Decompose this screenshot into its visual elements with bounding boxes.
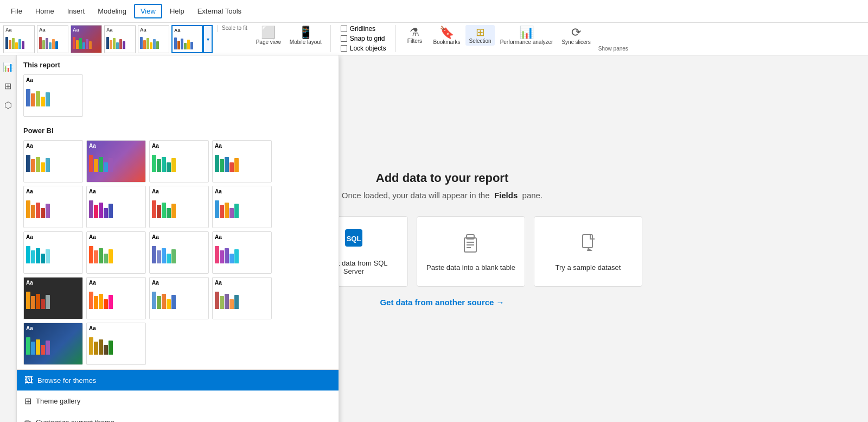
theme-card-10[interactable]: Aa: [86, 231, 146, 274]
menu-view[interactable]: View: [134, 4, 162, 18]
ribbon: Aa Aa Aa: [0, 23, 868, 55]
theme-card-6[interactable]: Aa: [86, 186, 146, 228]
gridlines-cb[interactable]: [341, 26, 347, 32]
lock-cb[interactable]: [341, 45, 347, 52]
snap-to-grid-checkbox[interactable]: Snap to grid: [341, 35, 386, 42]
sample-icon: [577, 231, 599, 258]
scale-to-fit-label: Scale to fit: [222, 25, 247, 31]
subtitle-text: Once loaded, your data will appear in th…: [342, 191, 490, 200]
menu-external-tools[interactable]: External Tools: [192, 5, 247, 17]
performance-label: Performance analyzer: [500, 39, 553, 45]
browse-label: Browse for themes: [37, 376, 96, 385]
try-sample-card[interactable]: Try a sample dataset: [534, 216, 642, 287]
theme-thumb-3[interactable]: Aa: [71, 25, 102, 53]
browse-icon: 🖼: [24, 375, 33, 385]
filters-btn[interactable]: ⚗ Filters: [401, 25, 427, 46]
sync-icon: ⟳: [571, 27, 581, 39]
lock-objects-checkbox[interactable]: Lock objects: [341, 45, 386, 52]
left-sidebar: 📊 ⊞ ⬡: [0, 55, 16, 422]
theme-card-3[interactable]: Aa: [149, 140, 209, 182]
theme-dropdown-btn[interactable]: ▾: [203, 25, 213, 53]
separator-1: [330, 25, 331, 52]
sidebar-model-icon[interactable]: ⬡: [2, 98, 14, 112]
mobile-layout-icon: 📱: [298, 27, 313, 39]
themes-grid: Aa Aa Aa: [17, 138, 339, 369]
page-view-label: Page view: [256, 39, 281, 45]
selection-icon: ⊞: [476, 27, 485, 37]
theme-card-5[interactable]: Aa: [23, 186, 83, 228]
theme-gallery-btn[interactable]: ⊞ Theme gallery: [17, 390, 339, 412]
add-data-subtitle: Once loaded, your data will appear in th…: [342, 191, 542, 200]
theme-card-9[interactable]: Aa: [23, 231, 83, 274]
gridlines-checkbox[interactable]: Gridlines: [341, 25, 386, 33]
theme-card-14[interactable]: Aa: [86, 277, 146, 319]
menu-help[interactable]: Help: [164, 5, 190, 17]
gallery-icon: ⊞: [24, 396, 31, 406]
theme-thumb-2[interactable]: Aa: [37, 25, 68, 53]
sync-label: Sync slicers: [561, 39, 590, 45]
performance-icon: 📊: [519, 27, 534, 39]
selection-btn[interactable]: ⊞ Selection: [465, 25, 494, 46]
theme-card-11[interactable]: Aa: [149, 231, 209, 274]
customize-theme-btn[interactable]: ✏ Customize current theme: [17, 412, 339, 422]
svg-text:SQL: SQL: [347, 235, 361, 243]
power-bi-label: Power BI: [17, 121, 339, 138]
theme-thumb-1[interactable]: Aa: [3, 25, 35, 53]
theme-thumb-selected[interactable]: Aa: [171, 25, 203, 53]
theme-card-16[interactable]: Aa: [212, 277, 272, 319]
performance-analyzer-btn[interactable]: 📊 Performance analyzer: [497, 25, 557, 47]
this-report-theme[interactable]: Aa: [23, 74, 83, 117]
customize-label: Customize current theme: [36, 418, 114, 422]
try-sample-label: Try a sample dataset: [556, 263, 621, 272]
theme-card-17[interactable]: Aa: [23, 323, 83, 365]
theme-card-18[interactable]: Aa: [86, 323, 146, 365]
gallery-label: Theme gallery: [36, 397, 80, 405]
filters-icon: ⚗: [410, 27, 419, 37]
lock-label: Lock objects: [350, 45, 386, 52]
theme-card-2[interactable]: Aa: [86, 140, 146, 182]
snap-label: Snap to grid: [350, 35, 385, 42]
theme-dropdown-panel: This report Aa Power BI Aa: [16, 55, 339, 422]
pane-text: pane.: [522, 191, 543, 200]
browse-for-themes-btn[interactable]: 🖼 Browse for themes: [17, 370, 339, 390]
theme-card-1[interactable]: Aa: [23, 140, 83, 182]
separator-2: [395, 25, 396, 52]
get-data-link[interactable]: Get data from another source →: [380, 298, 504, 307]
menu-file[interactable]: File: [5, 5, 28, 17]
filters-label: Filters: [407, 38, 422, 44]
menu-modeling[interactable]: Modeling: [92, 5, 132, 17]
theme-thumb-5[interactable]: Aa: [138, 25, 169, 53]
bookmarks-label: Bookmarks: [433, 39, 460, 45]
theme-card-13[interactable]: Aa: [23, 277, 83, 319]
snap-cb[interactable]: [341, 35, 347, 42]
bookmarks-btn[interactable]: 🔖 Bookmarks: [430, 25, 463, 47]
theme-thumb-active-group: Aa ▾: [171, 25, 213, 53]
paste-blank-label: Paste data into a blank table: [426, 263, 515, 272]
theme-card-12[interactable]: Aa: [212, 231, 272, 274]
selection-label: Selection: [469, 38, 491, 44]
svg-rect-7: [583, 235, 592, 248]
page-view-btn[interactable]: ⬜ Page view: [253, 25, 284, 47]
page-view-icon: ⬜: [261, 27, 276, 39]
theme-thumb-4[interactable]: Aa: [104, 25, 136, 53]
menu-insert[interactable]: Insert: [62, 5, 91, 17]
menu-bar: File Home Insert Modeling View Help Exte…: [0, 0, 868, 23]
gridlines-label: Gridlines: [350, 25, 375, 33]
menu-home[interactable]: Home: [30, 5, 60, 17]
paste-icon: [460, 231, 482, 258]
fields-text: Fields: [494, 191, 518, 200]
theme-card-8[interactable]: Aa: [212, 186, 272, 228]
sidebar-table-icon[interactable]: ⊞: [2, 79, 14, 93]
theme-card-15[interactable]: Aa: [149, 277, 209, 319]
mobile-layout-btn[interactable]: 📱 Mobile layout: [286, 25, 325, 47]
sql-icon: SQL: [343, 227, 365, 254]
theme-card-4[interactable]: Aa: [212, 140, 272, 182]
sync-slicers-btn[interactable]: ⟳ Sync slicers: [558, 25, 593, 47]
this-report-label: This report: [17, 55, 339, 72]
sidebar-chart-icon[interactable]: 📊: [1, 60, 16, 74]
paste-blank-card[interactable]: Paste data into a blank table: [417, 216, 525, 287]
main-layout: 📊 ⊞ ⬡ This report Aa Power BI: [0, 55, 868, 422]
panel-bottom: 🖼 Browse for themes ⊞ Theme gallery ✏ Cu…: [17, 369, 339, 422]
theme-card-7[interactable]: Aa: [149, 186, 209, 228]
add-data-title: Add data to your report: [376, 171, 508, 185]
